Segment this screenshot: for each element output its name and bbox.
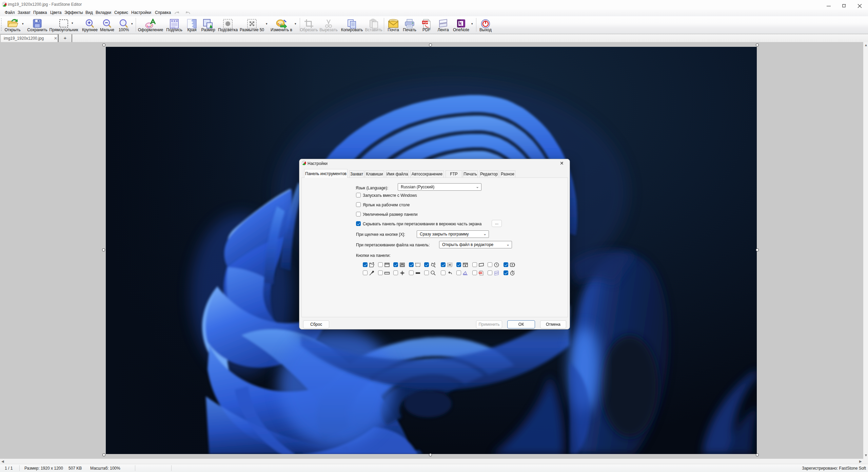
svg-text:PDF: PDF [423,21,428,24]
svg-text:PDF: PDF [479,272,482,274]
